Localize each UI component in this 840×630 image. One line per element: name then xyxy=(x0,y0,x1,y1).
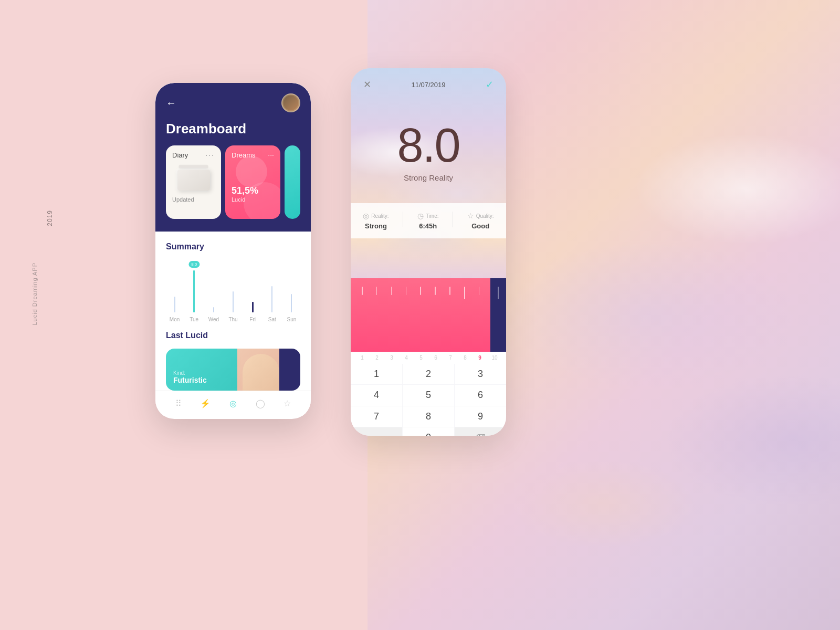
nav-star-icon[interactable]: ☆ xyxy=(284,398,291,408)
tick-line-5 xyxy=(420,287,421,295)
last-lucid-title: Last Lucid xyxy=(166,331,300,340)
tick-line-7 xyxy=(449,287,450,295)
phone-body: Summary 8.0 xyxy=(155,232,311,391)
app-label: Lucid Dreaming APP xyxy=(32,262,38,326)
time-value: 6:45h xyxy=(419,222,437,230)
teal-card[interactable] xyxy=(285,145,300,219)
scale-10[interactable]: 10 xyxy=(487,355,502,361)
check-button[interactable]: ✓ xyxy=(486,79,494,90)
date-display: 11/07/2019 xyxy=(411,81,445,89)
rating-scale[interactable] xyxy=(351,278,506,352)
scale-6[interactable]: 6 xyxy=(428,355,443,361)
score-container: 8.0 Strong Reality xyxy=(351,90,506,182)
quality-icon: ☆ xyxy=(467,212,474,220)
dreams-sub: Lucid xyxy=(232,196,274,203)
tick-line-3 xyxy=(391,287,392,295)
tick-line-2 xyxy=(376,287,377,295)
tick-7 xyxy=(443,287,457,352)
keyboard-area[interactable]: 1 2 3 4 5 6 7 8 9 . 0 ⌫ xyxy=(351,364,506,436)
tick-6 xyxy=(428,287,443,352)
nav-bolt-icon[interactable]: ⚡ xyxy=(200,398,211,408)
diary-menu-dots[interactable]: ··· xyxy=(205,151,215,159)
key-9[interactable]: 9 xyxy=(455,406,506,427)
dreams-label: Dreams xyxy=(232,151,256,159)
diary-label: Diary xyxy=(172,151,188,159)
last-lucid-card[interactable]: Kind: Futuristic xyxy=(166,349,300,391)
diary-updated: Updated xyxy=(172,196,215,203)
nav-chat-icon[interactable]: ◯ xyxy=(256,398,265,408)
scale-3[interactable]: 3 xyxy=(384,355,399,361)
avatar[interactable] xyxy=(281,93,300,112)
scale-8[interactable]: 8 xyxy=(458,355,472,361)
tick-2 xyxy=(370,287,384,352)
tick-line-10 xyxy=(498,287,499,299)
tick-9 xyxy=(472,287,487,352)
scale-7[interactable]: 7 xyxy=(443,355,458,361)
tick-4 xyxy=(398,287,413,352)
lucid-face xyxy=(243,354,279,391)
lucid-kind-value: Futuristic xyxy=(173,376,230,384)
tick-8 xyxy=(457,287,472,352)
cards-row: Diary ··· Updated Dreams ··· 51,5% Lucid xyxy=(166,145,300,219)
rating-dark-bar xyxy=(490,278,506,352)
stat-quality: ☆ Quality: Good xyxy=(467,212,494,230)
day-mon: Mon xyxy=(166,317,183,322)
nav-eye-icon[interactable]: ◎ xyxy=(229,398,237,408)
day-thu: Thu xyxy=(224,317,242,322)
time-icon: ◷ xyxy=(417,212,424,220)
close-button[interactable]: ✕ xyxy=(363,79,371,90)
key-1[interactable]: 1 xyxy=(351,364,402,384)
lucid-kind-label: Kind: xyxy=(173,370,230,376)
stats-bar: ◎ Reality: Strong ◷ Time: 6:45h ☆ Qualit… xyxy=(351,203,506,238)
chart-bar-thu xyxy=(224,260,242,312)
avatar-image xyxy=(284,96,298,110)
key-6[interactable]: 6 xyxy=(455,385,506,405)
dreams-card[interactable]: Dreams ··· 51,5% Lucid xyxy=(225,145,280,219)
stat-reality: ◎ Reality: Strong xyxy=(363,212,388,230)
scale-9[interactable]: 9 xyxy=(472,355,487,361)
back-button[interactable]: ← xyxy=(166,97,176,109)
reality-value: Strong xyxy=(365,222,387,230)
reality-icon: ◎ xyxy=(363,212,369,220)
tick-line-6 xyxy=(435,287,436,295)
lucid-teal-section: Kind: Futuristic xyxy=(166,349,237,391)
tick-line-4 xyxy=(406,287,407,295)
key-7[interactable]: 7 xyxy=(351,406,402,427)
summary-title: Summary xyxy=(166,242,300,251)
nav-grid-icon[interactable]: ⠿ xyxy=(175,398,182,408)
day-fri: Fri xyxy=(244,317,261,322)
scale-4[interactable]: 4 xyxy=(399,355,414,361)
chart-bar-sat xyxy=(264,260,281,312)
right-phone-sky: ✕ 11/07/2019 ✓ 8.0 Strong Reality ◎ Real… xyxy=(351,68,506,278)
phone-header: ← Dreamboard Diary ··· Updated xyxy=(155,83,311,232)
key-4[interactable]: 4 xyxy=(351,385,402,405)
rating-pink-bar xyxy=(351,278,490,352)
tick-line-9 xyxy=(479,287,480,295)
time-label: Time: xyxy=(426,213,439,219)
diary-card[interactable]: Diary ··· Updated xyxy=(166,145,221,219)
reality-label: Reality: xyxy=(371,213,388,219)
quality-label: Quality: xyxy=(476,213,494,219)
year-label: 2019 xyxy=(46,210,54,226)
chart-bar-wed xyxy=(205,260,222,312)
day-wed: Wed xyxy=(205,317,222,322)
bar-tue: 8.0 xyxy=(193,270,195,312)
score-number: 8.0 xyxy=(351,122,506,169)
key-2[interactable]: 2 xyxy=(403,364,454,384)
stat-time-row: ◷ Time: xyxy=(417,212,439,220)
stat-quality-row: ☆ Quality: xyxy=(467,212,494,220)
scale-1[interactable]: 1 xyxy=(355,355,370,361)
scale-5[interactable]: 5 xyxy=(414,355,428,361)
dreams-menu-dots[interactable]: ··· xyxy=(268,151,274,159)
key-dot[interactable]: . xyxy=(351,427,402,436)
top-bar: ← xyxy=(166,93,300,112)
bar-thu xyxy=(233,291,234,312)
key-5[interactable]: 5 xyxy=(403,385,454,405)
stat-time: ◷ Time: 6:45h xyxy=(417,212,439,230)
bar-sat xyxy=(271,286,272,312)
key-0[interactable]: 0 xyxy=(403,427,454,436)
scale-numbers: 1 2 3 4 5 6 7 8 9 10 xyxy=(351,352,506,364)
key-8[interactable]: 8 xyxy=(403,406,454,427)
key-3[interactable]: 3 xyxy=(455,364,506,384)
scale-2[interactable]: 2 xyxy=(370,355,384,361)
